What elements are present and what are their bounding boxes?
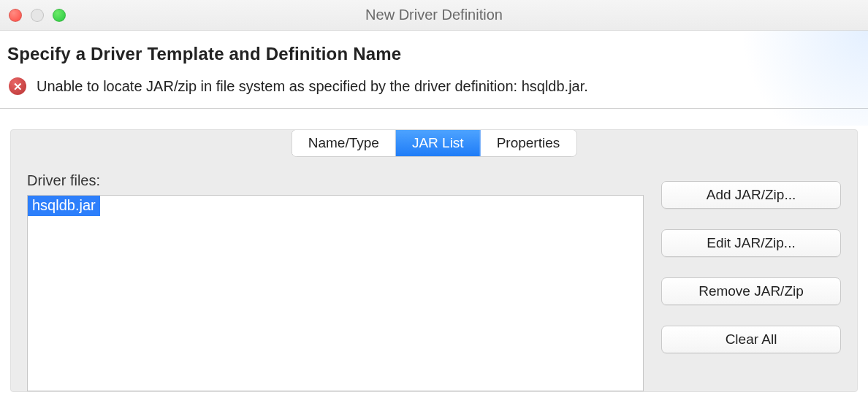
dialog-header: Specify a Driver Template and Definition… xyxy=(0,31,868,109)
tab-name-type[interactable]: Name/Type xyxy=(292,130,396,156)
edit-jar-button[interactable]: Edit JAR/Zip... xyxy=(661,229,841,257)
remove-jar-button[interactable]: Remove JAR/Zip xyxy=(661,277,841,305)
list-item[interactable]: hsqldb.jar xyxy=(28,196,100,216)
tab-properties[interactable]: Properties xyxy=(481,130,576,156)
error-row: ✕ Unable to locate JAR/zip in file syste… xyxy=(7,77,861,95)
tab-jar-list[interactable]: JAR List xyxy=(396,130,481,156)
titlebar: New Driver Definition xyxy=(0,0,868,31)
error-message: Unable to locate JAR/zip in file system … xyxy=(37,78,588,95)
jar-list-panel: Driver files: hsqldb.jar Add JAR/Zip... … xyxy=(11,130,857,391)
clear-all-button[interactable]: Clear All xyxy=(661,326,841,353)
error-icon: ✕ xyxy=(9,77,26,95)
content-pane: Name/Type JAR List Properties Driver fil… xyxy=(10,129,858,392)
minimize-window-button[interactable] xyxy=(31,9,44,22)
window-title: New Driver Definition xyxy=(0,7,868,23)
body: Name/Type JAR List Properties Driver fil… xyxy=(0,109,868,392)
driver-files-list[interactable]: hsqldb.jar xyxy=(27,195,644,391)
add-jar-button[interactable]: Add JAR/Zip... xyxy=(661,181,841,209)
close-window-button[interactable] xyxy=(9,9,22,22)
zoom-window-button[interactable] xyxy=(53,9,66,22)
driver-files-label: Driver files: xyxy=(27,172,644,189)
jar-buttons-column: Add JAR/Zip... Edit JAR/Zip... Remove JA… xyxy=(661,172,841,391)
tab-strip: Name/Type JAR List Properties xyxy=(292,129,577,157)
page-title: Specify a Driver Template and Definition… xyxy=(7,44,861,64)
jar-list-left-column: Driver files: hsqldb.jar xyxy=(27,172,644,391)
window-controls xyxy=(0,9,66,22)
